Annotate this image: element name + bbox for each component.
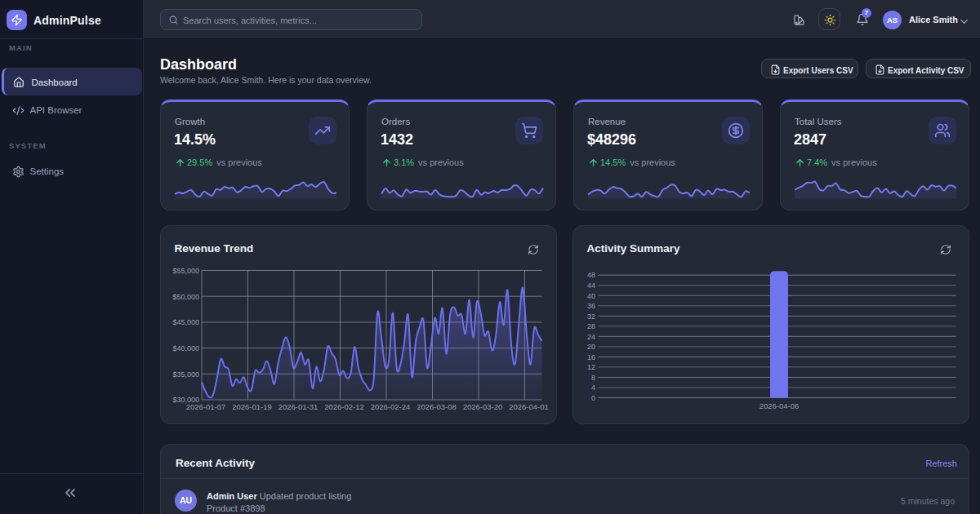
svg-text:2026-02-24: 2026-02-24 xyxy=(371,402,411,411)
svg-text:$40,000: $40,000 xyxy=(172,344,199,352)
svg-text:$55,000: $55,000 xyxy=(172,267,199,275)
svg-text:44: 44 xyxy=(587,281,595,290)
svg-text:8: 8 xyxy=(591,374,595,382)
svg-text:12: 12 xyxy=(587,363,595,371)
svg-text:$45,000: $45,000 xyxy=(172,318,199,326)
svg-text:2026-04-01: 2026-04-01 xyxy=(509,402,549,411)
svg-text:24: 24 xyxy=(587,333,595,341)
svg-text:40: 40 xyxy=(587,292,595,300)
svg-text:2026-04-06: 2026-04-06 xyxy=(760,401,800,410)
svg-text:32: 32 xyxy=(587,312,595,321)
svg-text:2026-03-20: 2026-03-20 xyxy=(463,402,503,411)
svg-text:28: 28 xyxy=(587,322,595,330)
svg-text:20: 20 xyxy=(587,343,595,351)
svg-text:2026-01-19: 2026-01-19 xyxy=(232,402,272,411)
svg-text:16: 16 xyxy=(587,353,595,361)
svg-text:0: 0 xyxy=(591,394,595,402)
svg-text:2026-01-07: 2026-01-07 xyxy=(186,402,226,411)
svg-text:4: 4 xyxy=(591,383,595,392)
svg-text:2026-02-12: 2026-02-12 xyxy=(324,402,364,411)
svg-text:48: 48 xyxy=(587,271,595,279)
svg-text:2026-03-08: 2026-03-08 xyxy=(416,402,457,411)
svg-text:$50,000: $50,000 xyxy=(172,293,199,301)
svg-text:$35,000: $35,000 xyxy=(172,370,199,379)
svg-text:36: 36 xyxy=(587,302,595,310)
svg-text:2026-01-31: 2026-01-31 xyxy=(278,402,318,411)
